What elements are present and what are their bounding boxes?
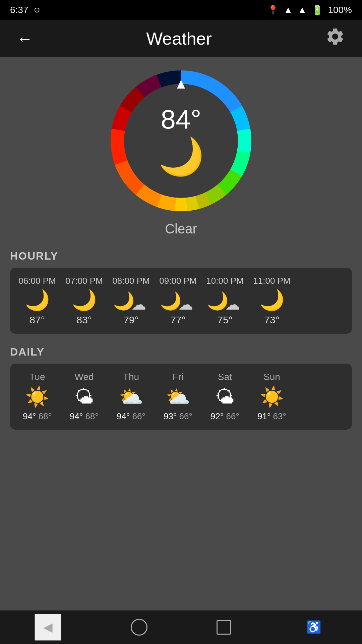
hourly-weather-icon: 🌙☁ <box>207 290 243 310</box>
list-item: Sat 🌤 92° 66° <box>203 372 247 422</box>
wifi-icon: ▲ <box>284 5 293 15</box>
nav-bar: ◀ ♿ <box>0 610 362 644</box>
daily-weather-icon: ☀️ <box>25 387 49 407</box>
list-item: 09:00 PM 🌙☁ 77° <box>156 276 200 326</box>
hourly-time: 09:00 PM <box>159 276 196 286</box>
daily-section-label: DAILY <box>10 346 45 358</box>
daily-weather-icon: ⛅ <box>119 387 143 407</box>
back-nav-button[interactable]: ◀ <box>35 614 61 641</box>
daily-weather-icon: ⛅ <box>166 387 190 407</box>
hourly-temperature: 73° <box>264 314 279 326</box>
current-temperature: 84° <box>161 104 201 135</box>
hourly-time: 08:00 PM <box>112 276 149 286</box>
daily-temperatures: 94° 66° <box>117 411 145 422</box>
hourly-weather-icon: 🌙☁ <box>160 290 196 310</box>
recent-nav-button[interactable] <box>217 620 231 635</box>
daily-day-label: Sat <box>218 372 232 382</box>
list-item: 07:00 PM 🌙 83° <box>62 276 106 326</box>
daily-weather-icon: 🌤 <box>74 387 94 407</box>
main-content: 84° 🌙 Clear HOURLY 06:00 PM 🌙 87° 07:00 … <box>0 57 362 610</box>
hourly-section-label: HOURLY <box>10 250 58 262</box>
daily-day-label: Fri <box>173 372 184 382</box>
status-bar: 6:37 ⊙ 📍 ▲ ▲ 🔋 100% <box>0 0 362 20</box>
dial-arrow <box>177 80 185 89</box>
daily-temperatures: 93° 66° <box>164 411 192 422</box>
hourly-weather-icon: 🌙 <box>72 290 97 310</box>
toolbar: ← Weather <box>0 20 362 57</box>
hourly-temperature: 83° <box>76 314 92 326</box>
battery-percent: 100% <box>328 5 352 15</box>
list-item: Fri ⛅ 93° 66° <box>156 372 200 422</box>
list-item: Thu ⛅ 94° 66° <box>109 372 153 422</box>
hourly-weather-icon: 🌙 <box>25 290 50 310</box>
battery-icon: 🔋 <box>311 5 323 16</box>
daily-low-temp: 66° <box>226 411 239 421</box>
daily-day-label: Wed <box>74 372 94 382</box>
daily-temperatures: 92° 66° <box>210 411 239 422</box>
dial-inner: 84° 🌙 <box>124 84 238 198</box>
daily-card: Tue ☀️ 94° 68° Wed 🌤 94° 68° Thu ⛅ 94° 6… <box>10 364 352 430</box>
hourly-weather-icon: 🌙☁ <box>113 290 149 310</box>
accessibility-nav-button[interactable]: ♿ <box>301 614 327 641</box>
hourly-time: 11:00 PM <box>253 276 290 286</box>
hourly-temperature: 87° <box>29 314 45 326</box>
daily-low-temp: 66° <box>132 411 145 421</box>
daily-high-temp: 94° <box>70 411 83 421</box>
daily-temperatures: 94° 68° <box>70 411 99 422</box>
daily-temperatures: 91° 63° <box>257 411 286 422</box>
daily-high-temp: 94° <box>23 411 36 421</box>
hourly-time: 10:00 PM <box>206 276 243 286</box>
daily-high-temp: 92° <box>210 411 224 421</box>
location-icon: 📍 <box>267 5 279 16</box>
daily-day-label: Sun <box>263 372 280 382</box>
daily-low-temp: 63° <box>273 411 286 421</box>
daily-day-label: Tue <box>29 372 45 382</box>
home-nav-button[interactable] <box>131 619 147 636</box>
daily-scroll[interactable]: Tue ☀️ 94° 68° Wed 🌤 94° 68° Thu ⛅ 94° 6… <box>15 372 347 422</box>
list-item: Sun ☀️ 91° 63° <box>250 372 294 422</box>
hourly-card: 06:00 PM 🌙 87° 07:00 PM 🌙 83° 08:00 PM 🌙… <box>10 268 352 334</box>
dial-ring: 84° 🌙 <box>111 70 251 211</box>
settings-button[interactable] <box>322 23 349 54</box>
hourly-weather-icon: 🌙 <box>259 290 285 310</box>
daily-high-temp: 94° <box>117 411 130 421</box>
list-item: 06:00 PM 🌙 87° <box>15 276 59 326</box>
status-right: 📍 ▲ ▲ 🔋 100% <box>267 5 352 16</box>
hourly-temperature: 79° <box>123 314 138 326</box>
temperature-dial: 84° 🌙 <box>111 70 251 211</box>
daily-low-temp: 68° <box>39 411 52 421</box>
list-item: Wed 🌤 94° 68° <box>62 372 106 422</box>
list-item: 11:00 PM 🌙 73° <box>250 276 294 326</box>
gear-icon <box>325 26 345 47</box>
list-item: 08:00 PM 🌙☁ 79° <box>109 276 153 326</box>
weather-condition-icon: 🌙 <box>158 135 204 178</box>
status-left: 6:37 ⊙ <box>10 5 40 15</box>
hourly-time: 07:00 PM <box>65 276 103 286</box>
hourly-scroll[interactable]: 06:00 PM 🌙 87° 07:00 PM 🌙 83° 08:00 PM 🌙… <box>15 276 347 326</box>
hourly-time: 06:00 PM <box>18 276 56 286</box>
condition-label: Clear <box>165 221 197 236</box>
list-item: Tue ☀️ 94° 68° <box>15 372 59 422</box>
back-button[interactable]: ← <box>13 26 36 51</box>
status-time: 6:37 <box>10 5 28 15</box>
signal-icon: ▲ <box>298 5 307 15</box>
daily-low-temp: 68° <box>85 411 99 421</box>
daily-weather-icon: ☀️ <box>260 387 284 407</box>
daily-high-temp: 93° <box>164 411 177 421</box>
hourly-temperature: 77° <box>170 314 185 326</box>
status-app-icon: ⊙ <box>34 6 40 14</box>
hourly-temperature: 75° <box>217 314 232 326</box>
daily-temperatures: 94° 68° <box>23 411 52 422</box>
page-title: Weather <box>146 29 212 49</box>
list-item: 10:00 PM 🌙☁ 75° <box>203 276 247 326</box>
daily-high-temp: 91° <box>257 411 270 421</box>
daily-day-label: Thu <box>123 372 139 382</box>
daily-weather-icon: 🌤 <box>215 387 235 407</box>
daily-low-temp: 66° <box>179 411 192 421</box>
